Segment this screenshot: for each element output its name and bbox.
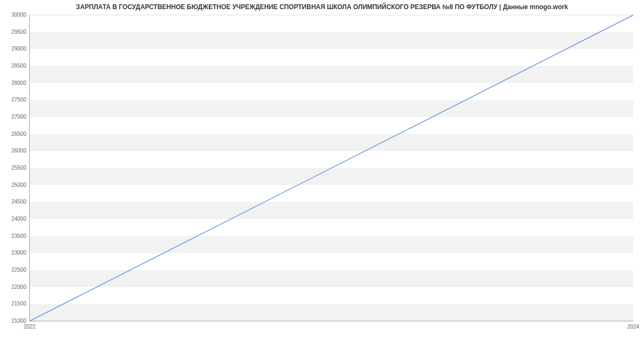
y-tick-label: 29500	[11, 29, 26, 35]
y-tick: 25500	[11, 165, 26, 171]
y-tick: 22000	[11, 284, 26, 290]
y-tick-label: 22500	[11, 267, 26, 273]
y-tick-label: 26500	[11, 131, 26, 137]
y-tick-label: 23500	[11, 233, 26, 239]
y-tick: 24500	[11, 199, 26, 205]
grid-band	[30, 100, 633, 117]
y-tick-label: 27000	[11, 114, 26, 120]
x-tick: 2022	[24, 324, 36, 330]
chart-svg: 2100021500220002250023000235002400024500…	[30, 15, 633, 321]
x-axis-ticks: 20222024	[24, 324, 640, 330]
y-tick: 26000	[11, 148, 26, 154]
y-tick: 24000	[11, 216, 26, 222]
y-tick-label: 21000	[11, 318, 26, 324]
y-tick-label: 24500	[11, 199, 26, 205]
y-tick: 23000	[11, 250, 26, 256]
y-tick-label: 22000	[11, 284, 26, 290]
chart-title: ЗАРПЛАТА В ГОСУДАРСТВЕННОЕ БЮДЖЕТНОЕ УЧР…	[0, 3, 644, 11]
y-tick: 27500	[11, 97, 26, 103]
grid-band	[30, 32, 633, 49]
grid-band	[30, 236, 633, 253]
y-tick: 21500	[11, 301, 26, 307]
y-tick: 27000	[11, 114, 26, 120]
y-tick-label: 25000	[11, 182, 26, 188]
y-tick-label: 30000	[11, 12, 26, 18]
y-tick-label: 24000	[11, 216, 26, 222]
y-tick: 25000	[11, 182, 26, 188]
y-tick-label: 29000	[11, 46, 26, 52]
x-tick-label: 2022	[24, 324, 36, 330]
grid-band	[30, 304, 633, 321]
y-axis-ticks: 2100021500220002250023000235002400024500…	[11, 12, 26, 324]
y-tick: 30000	[11, 12, 26, 18]
y-tick: 21000	[11, 318, 26, 324]
grid-band	[30, 66, 633, 83]
grid-band	[30, 134, 633, 151]
grid-band	[30, 270, 633, 287]
grid-band	[30, 168, 633, 185]
y-tick-label: 28000	[11, 80, 26, 86]
y-tick-label: 27500	[11, 97, 26, 103]
y-tick: 28500	[11, 63, 26, 69]
chart-container: ЗАРПЛАТА В ГОСУДАРСТВЕННОЕ БЮДЖЕТНОЕ УЧР…	[0, 0, 644, 349]
y-tick-label: 23000	[11, 250, 26, 256]
y-tick-label: 28500	[11, 63, 26, 69]
y-tick: 29000	[11, 46, 26, 52]
y-tick: 26500	[11, 131, 26, 137]
y-tick: 23500	[11, 233, 26, 239]
chart-plot-area: 2100021500220002250023000235002400024500…	[30, 15, 633, 321]
x-tick: 2024	[627, 324, 640, 330]
y-grid-bands	[30, 32, 633, 321]
y-tick: 22500	[11, 267, 26, 273]
x-tick-label: 2024	[627, 324, 640, 330]
y-tick-label: 25500	[11, 165, 26, 171]
y-tick-label: 21500	[11, 301, 26, 307]
y-tick-label: 26000	[11, 148, 26, 154]
grid-band	[30, 202, 633, 219]
y-tick: 28000	[11, 80, 26, 86]
y-tick: 29500	[11, 29, 26, 35]
